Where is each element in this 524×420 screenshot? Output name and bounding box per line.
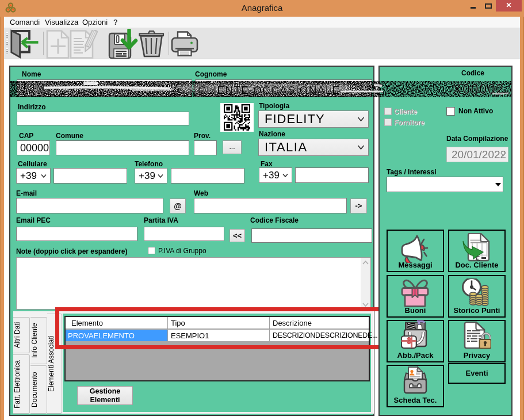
svg-text:CLIENTE OCCASIONALE: CLIENTE OCCASIONALE — [198, 84, 340, 96]
